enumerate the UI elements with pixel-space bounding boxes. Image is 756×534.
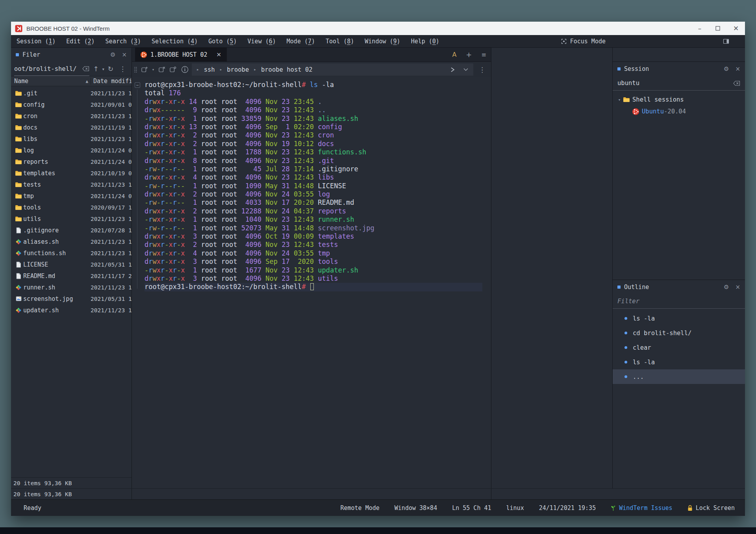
filer-close-icon[interactable]: ×: [122, 51, 127, 58]
tree-group-shell-sessions[interactable]: ▾ Shell sessions: [613, 94, 745, 106]
session-filter-input[interactable]: ubuntu: [613, 76, 745, 91]
filer-row[interactable]: README.md2021/11/17 20: [11, 270, 132, 282]
menu-item-view[interactable]: View (6): [248, 38, 276, 45]
info-icon[interactable]: [181, 66, 189, 73]
filer-row[interactable]: functions.sh2021/11/23 12: [11, 247, 132, 259]
menu-item-window[interactable]: Window (9): [365, 38, 400, 45]
menu-item-search[interactable]: Search (3): [106, 38, 141, 45]
filer-row[interactable]: aliases.sh2021/11/23 12: [11, 236, 132, 247]
terminal-output[interactable]: − root@cpx31-broobe-host02:~/brolit-shel…: [132, 77, 491, 488]
filer-path-input[interactable]: oot/brolit-shell/: [14, 62, 89, 76]
new-tab-plus-icon[interactable]: +: [466, 50, 472, 59]
tab-list-icon[interactable]: ≡: [481, 51, 486, 58]
issues-plant-icon: [611, 505, 616, 511]
status-item[interactable]: linux: [506, 504, 524, 512]
file-name: templates: [23, 170, 91, 177]
filer-row[interactable]: utils2021/11/23 12: [11, 213, 132, 224]
menu-item-goto[interactable]: Goto (5): [208, 38, 237, 45]
tree-leaf-ubuntu[interactable]: Ubuntu-20.04: [613, 106, 745, 117]
filer-row[interactable]: config2021/09/01 02: [11, 99, 132, 110]
up-dropdown-caret-icon[interactable]: ▾: [102, 67, 104, 71]
breadcrumb-item[interactable]: broobe: [227, 66, 249, 73]
menu-item-mode[interactable]: Mode (7): [287, 38, 315, 45]
drag-handle-icon[interactable]: [134, 67, 137, 73]
terminal-listing-line: drwxr-xr-x 4 root root 4096 Nov 23 12:43…: [145, 173, 482, 182]
status-item[interactable]: Ln 55 Ch 41: [452, 504, 491, 512]
outline-item[interactable]: ls -la: [613, 355, 745, 369]
filer-row[interactable]: reports2021/11/24 04: [11, 156, 132, 167]
tab-label: 1.BROOBE HOST 02: [150, 51, 208, 58]
filer-status-text: 20 items 93,36 KB: [11, 477, 132, 488]
session-settings-gear-icon[interactable]: ⚙: [724, 65, 729, 72]
minimize-button[interactable]: –: [691, 22, 709, 35]
status-item[interactable]: 24/11/2021 19:35: [539, 504, 596, 512]
filer-row[interactable]: LICENSE2021/05/31 14: [11, 259, 132, 270]
filer-row[interactable]: runner.sh2021/11/23 12: [11, 282, 132, 293]
menu-item-session[interactable]: Session (1): [17, 38, 56, 45]
new-session-caret-icon[interactable]: ▾: [152, 67, 154, 72]
navigate-up-icon[interactable]: ↑: [93, 65, 98, 73]
menu-item-selection[interactable]: Selection (4): [152, 38, 198, 45]
filer-row[interactable]: cron2021/11/23 12: [11, 110, 132, 122]
file-name: runner.sh: [23, 284, 91, 291]
outline-close-icon[interactable]: ×: [735, 284, 740, 291]
refresh-icon[interactable]: ↻: [108, 65, 113, 73]
breadcrumb-item[interactable]: broobe host 02: [261, 66, 313, 73]
menu-item-help[interactable]: Help (0): [411, 38, 439, 45]
outline-item[interactable]: ls -la: [613, 311, 745, 326]
filer-row[interactable]: libs2021/11/23 12: [11, 133, 132, 145]
windterm-issues-link[interactable]: WindTerm Issues: [611, 504, 672, 512]
filer-row[interactable]: .git2021/11/23 12: [11, 87, 132, 99]
outline-filter-input[interactable]: Filter: [613, 294, 745, 309]
outline-item[interactable]: clear: [613, 340, 745, 355]
layout-panel-icon[interactable]: [723, 38, 729, 44]
focus-mode-button[interactable]: Focus Mode: [570, 38, 606, 45]
filer-row[interactable]: tests2021/11/23 12: [11, 179, 132, 190]
breadcrumb-item[interactable]: ssh: [204, 66, 215, 73]
filer-row[interactable]: docs2021/11/19 10: [11, 122, 132, 133]
new-session-icon[interactable]: [141, 66, 148, 73]
status-item[interactable]: Window 38×84: [395, 504, 437, 512]
outline-item[interactable]: ...: [613, 369, 745, 384]
clear-path-icon[interactable]: [82, 66, 89, 71]
file-name: .gitignore: [23, 227, 91, 234]
font-size-icon[interactable]: A: [452, 51, 456, 58]
filer-row[interactable]: .gitignore2021/07/28 17: [11, 224, 132, 236]
filer-row[interactable]: log2021/11/24 03: [11, 145, 132, 156]
tree-expand-caret-icon[interactable]: ▾: [616, 97, 623, 102]
filer-row[interactable]: tmp2021/11/24 03: [11, 190, 132, 202]
filer-row[interactable]: screenshot.jpg2021/05/31 14: [11, 293, 132, 304]
lock-screen-button[interactable]: Lock Screen: [687, 504, 735, 512]
filer-row[interactable]: updater.sh2021/11/23 12: [11, 304, 132, 316]
file-name: cron: [23, 113, 91, 120]
statusbar: Ready Remote ModeWindow 38×84Ln 55 Ch 41…: [11, 499, 745, 516]
file-name: log: [23, 147, 91, 154]
menu-item-tool[interactable]: Tool (8): [326, 38, 354, 45]
session-close-icon[interactable]: ×: [735, 65, 740, 72]
filer-row[interactable]: templates2021/10/19 00: [11, 167, 132, 179]
maximize-button[interactable]: [709, 22, 727, 35]
outline-settings-gear-icon[interactable]: ⚙: [724, 284, 729, 291]
detach-session-icon[interactable]: [169, 66, 176, 73]
terminal-listing-line: drwxr-xr-x 3 root root 4096 Nov 23 12:43…: [145, 274, 482, 283]
tab-broobe-host-02[interactable]: 1.BROOBE HOST 02 ✕: [135, 48, 227, 62]
fold-marker-icon[interactable]: −: [135, 82, 140, 88]
clear-filter-icon[interactable]: [733, 81, 740, 86]
tab-close-icon[interactable]: ✕: [217, 51, 222, 58]
expand-chevron-down-icon[interactable]: [463, 68, 469, 71]
column-header-date[interactable]: Date modified: [91, 78, 132, 85]
folder-icon: [14, 136, 23, 142]
close-button[interactable]: ✕: [727, 22, 745, 35]
window-title: BROOBE HOST 02 - WindTerm: [26, 25, 109, 32]
status-item[interactable]: Remote Mode: [340, 504, 379, 512]
close-session-icon[interactable]: [158, 66, 165, 73]
filer-settings-gear-icon[interactable]: ⚙: [110, 51, 115, 58]
terminal-menu-kebab-icon[interactable]: ⋮: [476, 66, 488, 74]
menu-item-edit[interactable]: Edit (2): [66, 38, 94, 45]
breadcrumb-arrow-icon: ▸: [254, 67, 256, 72]
column-header-name[interactable]: Name ▲: [11, 78, 91, 85]
filer-menu-kebab-icon[interactable]: ⋮: [117, 65, 128, 73]
filer-row[interactable]: tools2020/09/17 17: [11, 202, 132, 213]
outline-item[interactable]: cd brolit-shell/: [613, 326, 745, 340]
run-chevron-icon[interactable]: [450, 67, 455, 72]
